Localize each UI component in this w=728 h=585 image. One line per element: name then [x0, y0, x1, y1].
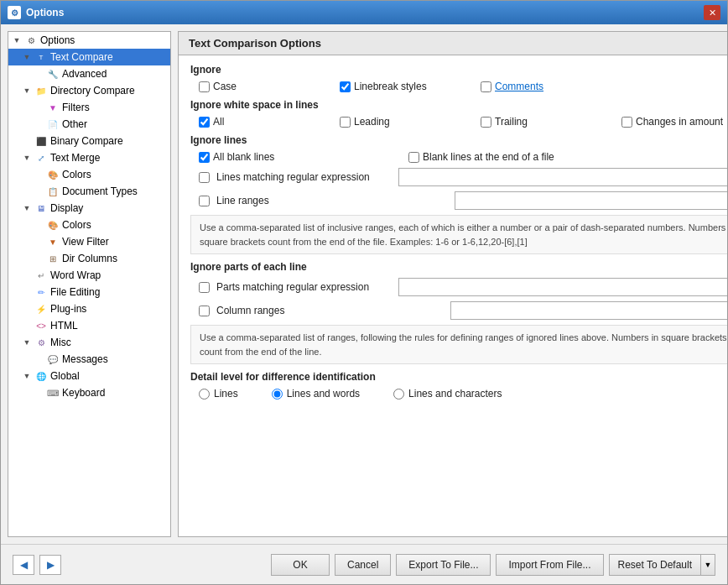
ip-column-label-wrapper: Column ranges — [199, 305, 392, 316]
il-ranges-row: Line ranges ▼ — [190, 191, 727, 210]
ignore-comments-item: Comments — [481, 81, 606, 92]
il-ranges-checkbox[interactable] — [199, 196, 210, 206]
ws-leading-checkbox[interactable] — [340, 117, 351, 128]
word-wrap-icon: ↵ — [34, 269, 48, 282]
il-info-box: Use a comma-separated list of inclusive … — [190, 215, 727, 254]
ip-column-checkbox[interactable] — [199, 306, 210, 316]
keyboard-icon: ⌨ — [46, 386, 60, 400]
ws-all-checkbox[interactable] — [199, 117, 210, 128]
ip-matching-label-wrapper: Parts matching regular expression — [199, 281, 392, 293]
tree-item-other[interactable]: ▼ 📄 Other — [8, 116, 170, 133]
tree-item-text-compare[interactable]: ▼ T Text Compare — [8, 49, 170, 65]
right-panel: Text Comparison Options Ignore Case Line… — [178, 31, 727, 537]
ignore-linebreak-item: Linebreak styles — [340, 81, 465, 92]
import-button[interactable]: Import From File... — [496, 554, 603, 576]
tree-label-binary-compare: Binary Compare — [50, 135, 123, 147]
tree-label-view-filter: View Filter — [62, 236, 109, 248]
detail-lines-words-radio[interactable] — [272, 389, 283, 400]
reset-button[interactable]: Reset To Default — [609, 554, 701, 576]
ws-trailing-checkbox[interactable] — [481, 117, 491, 128]
tree-item-advanced[interactable]: ▼ 🔧 Advanced — [8, 65, 170, 82]
ip-info-box: Use a comma-separated list of ranges, fo… — [190, 325, 727, 364]
ignore-case-label[interactable]: Case — [213, 81, 237, 92]
detail-lines-chars-label[interactable]: Lines and characters — [408, 388, 502, 400]
tree-item-filters[interactable]: ▼ ▼ Filters — [8, 99, 170, 116]
il-blank-end-checkbox[interactable] — [408, 152, 419, 163]
il-matching-dropdown[interactable]: ▼ — [398, 168, 727, 186]
il-matching-row: Lines matching regular expression ▼ — [190, 168, 727, 186]
ip-column-dropdown[interactable]: ▼ — [450, 301, 727, 320]
ws-row: All Leading Trailing Changes in amount — [190, 116, 727, 128]
il-all-blank-label[interactable]: All blank lines — [213, 151, 274, 163]
tree-label-options: Options — [40, 34, 75, 46]
tree-label-word-wrap: Word Wrap — [50, 269, 101, 281]
tree-item-view-filter[interactable]: ▼ ▼ View Filter — [8, 233, 170, 250]
tree-item-dir-columns[interactable]: ▼ ⊞ Dir Columns — [8, 250, 170, 267]
ignore-linebreak-label[interactable]: Linebreak styles — [354, 81, 427, 92]
tree-item-plugins[interactable]: ▼ ⚡ Plug-ins — [8, 300, 170, 317]
tree-item-text-merge[interactable]: ▼ ⤢ Text Merge — [8, 149, 170, 166]
detail-lines-item: Lines — [199, 388, 238, 400]
ignore-section-label: Ignore — [190, 64, 727, 76]
tree-item-html[interactable]: ▼ <> HTML — [8, 317, 170, 334]
nav-forward-button[interactable]: ▶ — [39, 555, 61, 575]
binary-compare-icon: ⬛ — [34, 134, 48, 148]
global-icon: 🌐 — [34, 369, 48, 383]
app-icon: ⚙ — [8, 6, 21, 19]
nav-back-button[interactable]: ◀ — [13, 555, 34, 575]
tree-item-options[interactable]: ▼ ⚙ Options — [8, 32, 170, 49]
detail-lines-label[interactable]: Lines — [214, 388, 238, 400]
ws-changes-checkbox[interactable] — [621, 117, 632, 128]
ip-matching-label: Parts matching regular expression — [216, 281, 369, 293]
detail-lines-chars-radio[interactable] — [393, 389, 404, 400]
ip-matching-row: Parts matching regular expression ▼ — [190, 278, 727, 296]
detail-lines-words-label[interactable]: Lines and words — [287, 388, 360, 400]
ws-trailing-label[interactable]: Trailing — [495, 116, 528, 128]
ignore-linebreak-checkbox[interactable] — [340, 81, 351, 92]
tree-item-messages[interactable]: ▼ 💬 Messages — [8, 351, 170, 368]
ws-leading-label[interactable]: Leading — [354, 116, 390, 128]
ip-matching-checkbox[interactable] — [199, 282, 210, 293]
misc-icon: ⚙ — [34, 336, 48, 349]
close-button[interactable]: ✕ — [704, 5, 720, 20]
comments-link[interactable]: Comments — [495, 81, 543, 92]
window-title: Options — [26, 7, 64, 18]
ignore-comments-label[interactable]: Comments — [495, 81, 543, 92]
tree-label-display: Display — [50, 202, 83, 214]
tree-item-keyboard[interactable]: ▼ ⌨ Keyboard — [8, 384, 170, 401]
tree-item-misc[interactable]: ▼ ⚙ Misc — [8, 334, 170, 351]
il-all-blank-checkbox[interactable] — [199, 152, 210, 163]
il-ranges-dropdown[interactable]: ▼ — [455, 191, 727, 210]
tree-item-file-editing[interactable]: ▼ ✏ File Editing — [8, 284, 170, 300]
ignore-comments-checkbox[interactable] — [481, 81, 491, 92]
il-info-text: Use a comma-separated list of inclusive … — [200, 222, 727, 247]
tree-item-global[interactable]: ▼ 🌐 Global — [8, 368, 170, 384]
display-icon: 🖥 — [34, 201, 48, 215]
ignore-case-checkbox[interactable] — [199, 81, 210, 92]
il-ranges-label: Line ranges — [216, 195, 269, 206]
ws-section-label: Ignore white space in lines — [190, 99, 727, 111]
ws-all-label[interactable]: All — [213, 116, 224, 128]
advanced-icon: 🔧 — [46, 67, 60, 81]
il-ranges-label-wrapper: Line ranges — [199, 195, 392, 206]
tree-item-colors-merge[interactable]: ▼ 🎨 Colors — [8, 166, 170, 183]
il-blank-end-label[interactable]: Blank lines at the end of a file — [423, 151, 554, 163]
ignore-parts-section-label: Ignore parts of each line — [190, 261, 727, 273]
ip-matching-dropdown[interactable]: ▼ — [398, 278, 727, 296]
reset-dropdown-button[interactable]: ▼ — [700, 554, 715, 576]
tree-item-binary-compare[interactable]: ▼ ⬛ Binary Compare — [8, 133, 170, 149]
tree-item-directory-compare[interactable]: ▼ 📁 Directory Compare — [8, 82, 170, 99]
tree-item-document-types[interactable]: ▼ 📋 Document Types — [8, 183, 170, 200]
tree-item-word-wrap[interactable]: ▼ ↵ Word Wrap — [8, 267, 170, 284]
tree-label-directory-compare: Directory Compare — [50, 85, 135, 97]
detail-lines-radio[interactable] — [199, 389, 210, 400]
tree-item-colors-display[interactable]: ▼ 🎨 Colors — [8, 217, 170, 233]
ws-changes-label[interactable]: Changes in amount — [636, 116, 723, 128]
cancel-button[interactable]: Cancel — [335, 554, 391, 576]
il-matching-checkbox[interactable] — [199, 172, 210, 183]
ws-trailing-item: Trailing — [481, 116, 606, 128]
panel-title: Text Comparison Options — [178, 31, 727, 55]
ok-button[interactable]: OK — [271, 554, 330, 576]
export-button[interactable]: Export To File... — [396, 554, 491, 576]
tree-item-display[interactable]: ▼ 🖥 Display — [8, 200, 170, 217]
